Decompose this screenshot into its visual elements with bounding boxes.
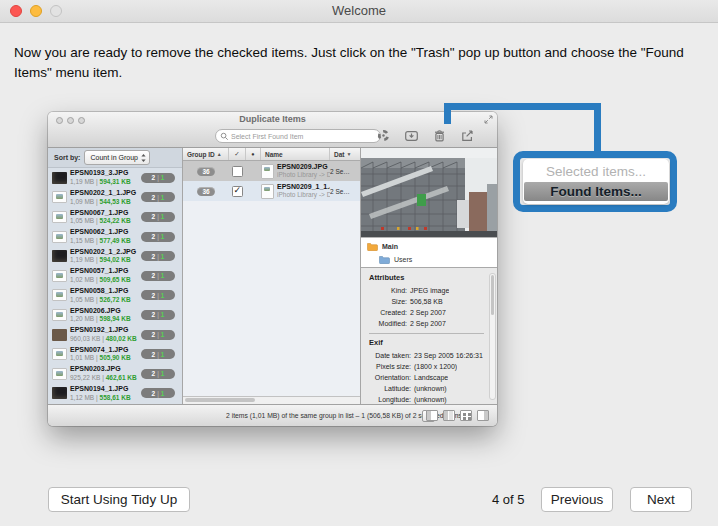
file-sizes: 1,19 MB | 594,02 KB bbox=[70, 256, 136, 264]
file-list-item[interactable]: EPSN0192_1.JPG960,03 KB | 480,02 KB2|1 bbox=[48, 325, 182, 345]
duplicate-items-title: Duplicate Items bbox=[48, 112, 497, 127]
dup-count-badge: 2|1 bbox=[141, 232, 175, 242]
row-file-name: EPSN0209_1_1.JPG bbox=[277, 183, 330, 192]
badge-total: 2 bbox=[152, 253, 156, 260]
file-list-item[interactable]: EPSN0074_1.JPG1,01 MB | 505,90 KB2|1 bbox=[48, 344, 182, 364]
name-cell: EPSN0209_1_1.JPGiPhoto Library -> Dupli.… bbox=[261, 183, 330, 200]
folder-row-main[interactable]: Main bbox=[361, 240, 497, 253]
file-list-item[interactable]: EPSN0206.JPG1,20 MB | 598,94 KB2|1 bbox=[48, 305, 182, 325]
duplicate-size: 558,61 KB bbox=[100, 394, 131, 401]
row-file-name: EPSN0209.JPG bbox=[277, 163, 330, 172]
search-placeholder: Select First Found Item bbox=[231, 133, 303, 140]
badge-separator: | bbox=[157, 174, 159, 181]
info-row: Latitude:(unknown) bbox=[361, 383, 494, 394]
previous-button[interactable]: Previous bbox=[541, 487, 613, 512]
file-thumbnail-icon bbox=[52, 270, 67, 282]
share-icon[interactable] bbox=[459, 127, 475, 143]
view-single-pane-icon[interactable] bbox=[426, 410, 438, 421]
row-checkbox[interactable] bbox=[232, 186, 243, 197]
status-bar: 2 items (1,01 MB) of the same group in l… bbox=[48, 404, 497, 426]
column-group-id[interactable]: Group ID ▲ bbox=[183, 148, 229, 160]
burn-icon[interactable] bbox=[375, 127, 391, 143]
info-row: Date taken:23 Sep 2005 16:26:31 bbox=[361, 350, 494, 361]
window-title: Welcome bbox=[0, 0, 718, 22]
info-label: Latitude: bbox=[361, 383, 411, 394]
badge-dup: 1 bbox=[161, 272, 165, 279]
preview-pane: Main Users Attributes Kind:JPEG imageSiz… bbox=[360, 148, 497, 404]
column-mark[interactable]: ● bbox=[246, 148, 261, 160]
file-list-item[interactable]: EPSN0062_1.JPG1,15 MB | 577,49 KB2|1 bbox=[48, 227, 182, 247]
column-date[interactable]: Dat ▼ bbox=[330, 148, 360, 160]
name-cell: EPSN0209.JPGiPhoto Library -> Dupli... bbox=[261, 163, 330, 180]
horizontal-scrollbar[interactable] bbox=[183, 396, 360, 404]
sort-select-value: Count in Group bbox=[90, 154, 137, 161]
column-checked[interactable]: ✓ bbox=[229, 148, 246, 160]
vertical-scrollbar[interactable] bbox=[489, 273, 496, 400]
file-list-item[interactable]: EPSN0203.JPG925,22 KB | 462,61 KB2|1 bbox=[48, 364, 182, 384]
view-grid-icon[interactable] bbox=[460, 410, 472, 421]
name-text: EPSN0209_1_1.JPGiPhoto Library -> Dupli.… bbox=[277, 183, 330, 200]
scrollbar-thumb[interactable] bbox=[185, 398, 255, 402]
file-size: 1,01 MB bbox=[70, 354, 94, 361]
duplicate-size: 462,61 KB bbox=[106, 374, 137, 381]
row-checkbox[interactable] bbox=[232, 166, 243, 177]
duplicate-items-content: Sort by: Count in Group EPSN0193_3.JPG1,… bbox=[48, 148, 497, 404]
view-split-pane-icon[interactable] bbox=[443, 410, 455, 421]
column-name[interactable]: Name bbox=[261, 148, 330, 160]
info-label: Modified: bbox=[361, 318, 407, 329]
file-list-item[interactable]: EPSN0202_1_2.JPG1,19 MB | 594,02 KB2|1 bbox=[48, 246, 182, 266]
menu-item-selected-items[interactable]: Selected items... bbox=[523, 159, 669, 182]
traffic-lights bbox=[10, 5, 62, 17]
shot-traffic-lights bbox=[56, 117, 85, 124]
file-list-item[interactable]: EPSN0058_1.JPG1,05 MB | 526,72 KB2|1 bbox=[48, 286, 182, 306]
section-divider bbox=[369, 333, 484, 334]
badge-separator: | bbox=[157, 331, 159, 338]
file-sizes: 1,19 MB | 594,31 KB bbox=[70, 178, 131, 186]
close-button[interactable] bbox=[10, 5, 22, 17]
jpeg-file-icon bbox=[261, 184, 274, 199]
file-list-item[interactable]: EPSN0194_1.JPG1,12 MB | 558,61 KB2|1 bbox=[48, 384, 182, 404]
file-list-item[interactable]: EPSN0067_1.JPG1,05 MB | 524,22 KB2|1 bbox=[48, 207, 182, 227]
menu-item-found-items[interactable]: Found Items... bbox=[524, 182, 668, 201]
next-button[interactable]: Next bbox=[630, 487, 692, 512]
sort-select[interactable]: Count in Group bbox=[84, 150, 149, 165]
file-thumbnail-icon bbox=[52, 348, 67, 360]
info-row: Kind:JPEG image bbox=[361, 285, 494, 296]
file-thumbnail-icon bbox=[52, 289, 67, 301]
info-value: JPEG image bbox=[407, 285, 449, 296]
file-list-item[interactable]: EPSN0202_1_1.JPG1,09 MB | 544,53 KB2|1 bbox=[48, 188, 182, 208]
info-label: Size: bbox=[361, 296, 407, 307]
updown-arrows-icon bbox=[141, 154, 146, 162]
badge-separator: | bbox=[157, 233, 159, 240]
dup-count-badge: 2|1 bbox=[141, 192, 175, 202]
search-input[interactable]: Select First Found Item bbox=[215, 129, 381, 143]
minimize-button[interactable] bbox=[30, 5, 42, 17]
table-row[interactable]: 36EPSN0209_1_1.JPGiPhoto Library -> Dupl… bbox=[183, 181, 360, 201]
file-sizes: 1,05 MB | 526,72 KB bbox=[70, 296, 131, 304]
badge-dup: 1 bbox=[161, 213, 165, 220]
file-size: 1,20 MB bbox=[70, 315, 94, 322]
shot-close-icon bbox=[56, 117, 63, 124]
trash-icon[interactable] bbox=[431, 127, 447, 143]
start-using-tidy-up-button[interactable]: Start Using Tidy Up bbox=[48, 487, 190, 512]
scrollbar-thumb[interactable] bbox=[491, 275, 494, 315]
file-thumbnail-icon bbox=[52, 211, 67, 223]
info-row: Pixels size:(1800 x 1200) bbox=[361, 361, 494, 372]
dup-count-badge: 2|1 bbox=[141, 251, 175, 261]
view-right-pane-icon[interactable] bbox=[477, 410, 489, 421]
info-value: 23 Sep 2005 16:26:31 bbox=[411, 350, 483, 361]
file-size: 1,05 MB bbox=[70, 217, 94, 224]
badge-total: 2 bbox=[152, 213, 156, 220]
file-name: EPSN0058_1.JPG bbox=[70, 287, 131, 296]
folder-row-users[interactable]: Users bbox=[361, 253, 497, 266]
duplicate-size: 544,53 KB bbox=[100, 198, 131, 205]
badge-dup: 1 bbox=[161, 174, 165, 181]
file-list-item[interactable]: EPSN0193_3.JPG1,19 MB | 594,31 KB2|1 bbox=[48, 168, 182, 188]
info-label: Date taken: bbox=[361, 350, 411, 361]
import-icon[interactable] bbox=[403, 127, 419, 143]
badge-total: 2 bbox=[152, 331, 156, 338]
badge-dup: 1 bbox=[161, 292, 165, 299]
badge-dup: 1 bbox=[161, 351, 165, 358]
table-row[interactable]: 36EPSN0209.JPGiPhoto Library -> Dupli...… bbox=[183, 161, 360, 181]
file-list-item[interactable]: EPSN0057_1.JPG1,02 MB | 509,65 KB2|1 bbox=[48, 266, 182, 286]
